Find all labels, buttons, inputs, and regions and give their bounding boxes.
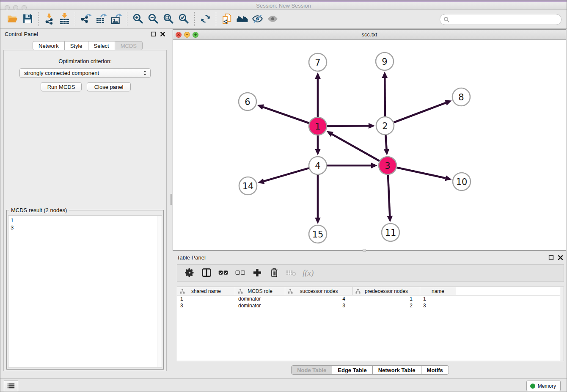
refresh-icon	[200, 13, 211, 26]
close-traffic-icon[interactable]	[176, 32, 182, 38]
graph-node-9[interactable]: 9	[376, 52, 394, 70]
graph-edge-1-6[interactable]	[257, 104, 309, 123]
graph-node-2[interactable]: 2	[376, 117, 394, 135]
zoom-selected-button[interactable]	[176, 12, 191, 27]
network-window-titlebar[interactable]: scc.txt	[173, 30, 566, 40]
zoom-traffic-icon[interactable]	[193, 32, 198, 38]
graph-node-3[interactable]: 3	[379, 157, 396, 174]
graph-edge-4-15[interactable]	[315, 175, 321, 224]
close-window-icon[interactable]	[5, 5, 10, 10]
tab-style[interactable]: Style	[65, 41, 88, 50]
close-panel-icon[interactable]	[160, 31, 165, 37]
import-network-icon	[44, 13, 55, 26]
new-network-from-selection-icon	[221, 13, 233, 26]
minimize-traffic-icon[interactable]	[184, 32, 190, 38]
column-header-predecessor-nodes[interactable]: predecessor nodes	[353, 287, 420, 295]
tab-select[interactable]: Select	[88, 41, 115, 50]
graph-edge-1-2[interactable]	[327, 123, 375, 128]
import-network-button[interactable]	[41, 12, 57, 27]
column-header-successor-nodes[interactable]: successor nodes	[285, 287, 353, 295]
search-box[interactable]	[440, 14, 561, 25]
graph-edge-3-1[interactable]	[327, 131, 380, 161]
result-scrollbar[interactable]	[157, 216, 162, 367]
zoom-in-button[interactable]	[130, 12, 146, 27]
export-table-button[interactable]	[94, 12, 109, 27]
graph-edge-1-4[interactable]	[315, 135, 321, 155]
column-header-mcds-role[interactable]: MCDS role	[235, 287, 285, 295]
hide-selected-button[interactable]	[250, 12, 265, 27]
save-button[interactable]	[20, 12, 35, 27]
tab-edge-table[interactable]: Edge Table	[332, 365, 372, 375]
titlebar[interactable]: Session: New Session	[0, 2, 567, 10]
horizontal-splitter-grip[interactable]	[363, 249, 366, 252]
graph-node-8[interactable]: 8	[452, 88, 470, 106]
graph-edge-2-9[interactable]	[382, 72, 388, 116]
mcds-panel: Optimization criterion: strongly connect…	[3, 50, 167, 371]
column-header-shared-name[interactable]: shared name	[177, 287, 235, 295]
graph-node-10[interactable]: 10	[453, 173, 471, 190]
node-table[interactable]: shared nameMCDS rolesuccessor nodesprede…	[177, 287, 564, 361]
tab-network-table[interactable]: Network Table	[373, 365, 421, 375]
graph-edge-4-3[interactable]	[327, 163, 377, 168]
optimization-criterion-select[interactable]: strongly connected component	[19, 68, 151, 78]
zoom-out-button[interactable]	[146, 12, 161, 27]
select-all-button[interactable]	[216, 266, 231, 280]
refresh-button[interactable]	[198, 12, 213, 27]
close-panel-button[interactable]: Close panel	[87, 82, 131, 91]
mcds-result-list[interactable]: 13	[8, 215, 162, 367]
table-row[interactable]: 3dominator323	[177, 302, 564, 309]
show-all-button[interactable]	[265, 12, 280, 27]
delete-table-button[interactable]	[284, 266, 298, 280]
close-panel-icon[interactable]	[558, 255, 563, 260]
first-neighbors-button[interactable]	[234, 12, 250, 27]
graph-edge-3-11[interactable]	[387, 175, 393, 222]
table-row[interactable]: 1dominator411	[177, 295, 564, 302]
search-input[interactable]	[450, 15, 561, 24]
graph-edge-2-3[interactable]	[384, 135, 389, 155]
column-header-name[interactable]: name	[420, 287, 456, 295]
graph-edge-2-8[interactable]	[394, 100, 452, 122]
node-label: 2	[382, 121, 388, 131]
add-button[interactable]	[250, 266, 264, 280]
run-mcds-button[interactable]: Run MCDS	[41, 82, 82, 91]
gear-button[interactable]	[182, 266, 197, 280]
minimize-window-icon[interactable]	[13, 5, 18, 10]
float-panel-icon[interactable]	[151, 31, 156, 37]
memory-button[interactable]: Memory	[526, 381, 561, 391]
search-icon	[443, 17, 450, 23]
tab-mcds[interactable]: MCDS	[115, 41, 143, 50]
result-item[interactable]: 3	[11, 224, 162, 231]
taskbar-list-button[interactable]	[4, 381, 18, 391]
graph-node-15[interactable]: 15	[309, 225, 327, 243]
graph-node-11[interactable]: 11	[382, 224, 399, 241]
result-item[interactable]: 1	[11, 217, 162, 224]
deselect-all-button[interactable]	[233, 266, 248, 280]
graph-edge-1-7[interactable]	[315, 72, 321, 117]
network-canvas[interactable]: 7968124314101511	[173, 40, 566, 250]
function-builder-button[interactable]: f(x)	[301, 268, 314, 278]
deselect-all-icon	[235, 268, 245, 279]
graph-edge-3-10[interactable]	[396, 168, 451, 181]
graph-node-6[interactable]: 6	[239, 93, 256, 110]
graph-node-4[interactable]: 4	[309, 157, 327, 174]
delete-button[interactable]	[267, 266, 281, 280]
import-table-button[interactable]	[57, 12, 72, 27]
graph-node-1[interactable]: 1	[309, 117, 327, 135]
graph-node-7[interactable]: 7	[309, 53, 327, 71]
graph-node-14[interactable]: 14	[239, 177, 257, 195]
maximize-window-icon[interactable]	[22, 5, 27, 10]
column-view-button[interactable]	[199, 266, 214, 280]
zoom-fit-button[interactable]	[161, 12, 176, 27]
tab-motifs[interactable]: Motifs	[421, 365, 449, 375]
vertical-splitter[interactable]	[170, 29, 173, 378]
graph-edge-4-14[interactable]	[258, 168, 309, 184]
tab-network[interactable]: Network	[33, 41, 65, 50]
export-image-button[interactable]	[109, 12, 124, 27]
table-scrollbar[interactable]	[560, 287, 564, 361]
new-network-from-selection-button[interactable]	[219, 12, 234, 27]
control-panel-title: Control Panel	[5, 31, 38, 37]
export-network-button[interactable]	[78, 12, 94, 27]
open-folder-button[interactable]	[5, 12, 20, 27]
tab-node-table[interactable]: Node Table	[291, 365, 332, 375]
float-panel-icon[interactable]	[548, 255, 554, 260]
